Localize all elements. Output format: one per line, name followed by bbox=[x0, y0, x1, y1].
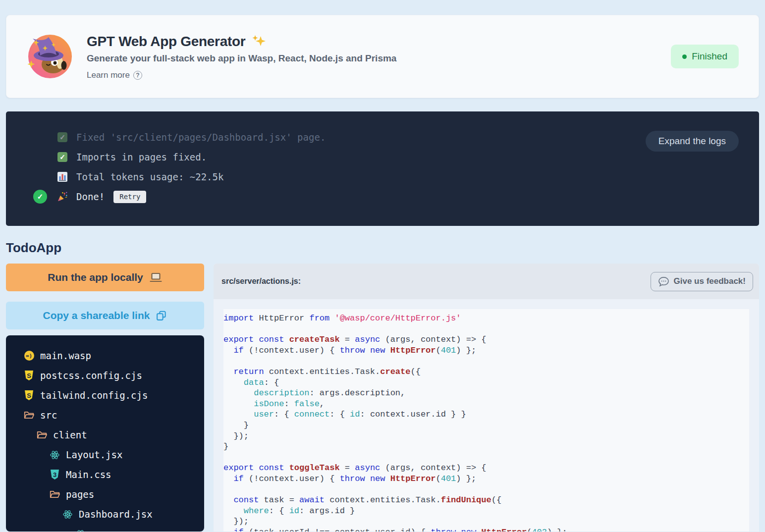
folder-file-icon bbox=[24, 411, 34, 420]
folder-file-icon bbox=[50, 490, 60, 499]
page-subtitle: Generate your full-stack web app in Wasp… bbox=[87, 53, 671, 64]
code-line: export const createTask = async (args, c… bbox=[223, 334, 749, 345]
log-line-text: Fixed 'src/client/pages/Dashboard.jsx' p… bbox=[76, 132, 326, 143]
give-feedback-label: Give us feedback! bbox=[673, 276, 746, 286]
file-tree-item-label: tailwind.config.cjs bbox=[40, 390, 148, 401]
run-app-locally-button[interactable]: Run the app locally bbox=[6, 264, 204, 291]
file-tree-item-dashboard-jsx[interactable]: Dashboard.jsx bbox=[24, 504, 200, 524]
copy-shareable-link-label: Copy a shareable link bbox=[43, 310, 150, 321]
code-line: if (task.userId !== context.user.id) { t… bbox=[223, 527, 749, 532]
status-dot-icon bbox=[682, 54, 687, 59]
file-tree-item-src[interactable]: src bbox=[24, 405, 200, 425]
status-badge: Finished bbox=[671, 45, 739, 68]
code-block: import HttpError from '@wasp/core/HttpEr… bbox=[223, 309, 749, 532]
status-slot-empty bbox=[33, 170, 47, 184]
laptop-icon bbox=[149, 272, 163, 283]
header-info: GPT Web App Generator Generate your full… bbox=[87, 33, 671, 80]
code-line: if (!context.user) { throw new HttpError… bbox=[223, 474, 749, 484]
code-line: export const toggleTask = async (args, c… bbox=[223, 463, 749, 474]
speech-bubble-icon bbox=[658, 276, 669, 287]
generation-log-panel: ✓Fixed 'src/client/pages/Dashboard.jsx' … bbox=[6, 111, 759, 226]
check-emoji-icon: ✓ bbox=[57, 152, 68, 162]
js-file-icon: S bbox=[24, 371, 34, 380]
react-file-icon bbox=[62, 510, 73, 519]
file-tree-item-label: Dashboard.jsx bbox=[79, 509, 153, 520]
code-line bbox=[223, 324, 749, 335]
code-line: }); bbox=[223, 516, 749, 527]
code-line bbox=[223, 356, 749, 367]
folder-file-icon bbox=[37, 430, 47, 439]
file-tree-item-label: Layout.jsx bbox=[66, 449, 122, 460]
file-tree-item-label: main.wasp bbox=[40, 350, 91, 361]
learn-more-link[interactable]: Learn more ? bbox=[87, 70, 142, 80]
log-line: ✓Imports in pages fixed. bbox=[6, 147, 759, 167]
file-tree-item-label: postcss.config.cjs bbox=[40, 370, 142, 381]
wizard-mascot-avatar bbox=[26, 33, 74, 80]
file-tree-item-pages[interactable]: pages bbox=[24, 484, 200, 504]
code-scroll-area[interactable]: import HttpError from '@wasp/core/HttpEr… bbox=[214, 299, 759, 532]
code-line: description: args.description, bbox=[223, 388, 749, 399]
copy-icon bbox=[156, 310, 167, 321]
file-tree-item-label: client bbox=[53, 429, 87, 440]
run-app-locally-label: Run the app locally bbox=[48, 271, 143, 283]
code-line bbox=[223, 484, 749, 495]
log-line-text: Total tokens usage: ~22.5k bbox=[76, 171, 223, 182]
code-line: return context.entities.Task.create({ bbox=[223, 367, 749, 377]
file-tree-panel: =)main.waspSpostcss.config.cjsStailwind.… bbox=[6, 335, 204, 532]
code-line: }); bbox=[223, 431, 749, 442]
code-filename: src/server/actions.js: bbox=[221, 277, 301, 286]
file-tree-item[interactable] bbox=[24, 524, 200, 532]
check-emoji-icon: ✓ bbox=[57, 132, 68, 142]
page-title: GPT Web App Generator bbox=[87, 34, 245, 50]
sparkles-icon bbox=[250, 33, 267, 50]
party-popper-emoji-icon bbox=[57, 191, 68, 203]
code-line: if (!context.user) { throw new HttpError… bbox=[223, 345, 749, 356]
file-tree-item-layout-jsx[interactable]: Layout.jsx bbox=[24, 445, 200, 465]
css-file-icon: 3 bbox=[50, 470, 60, 479]
expand-logs-button[interactable]: Expand the logs bbox=[646, 131, 739, 152]
success-check-circle-icon: ✓ bbox=[33, 190, 47, 204]
code-line: } bbox=[223, 420, 749, 431]
file-tree-item-postcss-config-cjs[interactable]: Spostcss.config.cjs bbox=[24, 366, 200, 385]
status-slot-empty bbox=[33, 150, 47, 164]
page: GPT Web App Generator Generate your full… bbox=[0, 15, 765, 532]
code-line bbox=[223, 452, 749, 463]
learn-more-label: Learn more bbox=[87, 70, 130, 80]
file-tree-item-label: Main.css bbox=[66, 469, 111, 480]
code-line: where: { id: args.id } bbox=[223, 506, 749, 517]
code-line: const task = await context.entities.Task… bbox=[223, 495, 749, 506]
code-line: data: { bbox=[223, 377, 749, 388]
wasp-file-icon: =) bbox=[24, 351, 34, 361]
file-tree-item-label: pages bbox=[66, 489, 94, 500]
code-viewer-header: src/server/actions.js: Give us feedback! bbox=[214, 264, 759, 299]
log-line-text: Done! bbox=[76, 191, 105, 202]
code-line: isDone: false, bbox=[223, 399, 749, 410]
react-file-icon bbox=[50, 450, 60, 460]
file-tree-item-client[interactable]: client bbox=[24, 425, 200, 445]
log-line: ✓Done!Retry bbox=[6, 187, 759, 207]
app-header-card: GPT Web App Generator Generate your full… bbox=[6, 15, 759, 98]
file-tree-item-label: src bbox=[40, 410, 57, 421]
app-name-heading: TodoApp bbox=[6, 240, 759, 256]
file-tree-item-tailwind-config-cjs[interactable]: Stailwind.config.cjs bbox=[24, 385, 200, 405]
file-tree-item-main-css[interactable]: 3Main.css bbox=[24, 465, 200, 484]
code-viewer-panel: src/server/actions.js: Give us feedback!… bbox=[214, 264, 759, 532]
status-slot-empty bbox=[33, 130, 47, 144]
log-line: Total tokens usage: ~22.5k bbox=[6, 167, 759, 187]
log-line-text: Imports in pages fixed. bbox=[76, 152, 207, 162]
file-tree-item-main-wasp[interactable]: =)main.wasp bbox=[24, 346, 200, 366]
code-line: } bbox=[223, 441, 749, 452]
js-file-icon: S bbox=[24, 390, 34, 400]
react-file-icon bbox=[75, 530, 86, 532]
bar-chart-emoji-icon bbox=[57, 172, 68, 182]
code-line: user: { connect: { id: context.user.id }… bbox=[223, 409, 749, 420]
give-feedback-button[interactable]: Give us feedback! bbox=[651, 272, 753, 291]
copy-shareable-link-button[interactable]: Copy a shareable link bbox=[6, 302, 204, 329]
main-columns: Run the app locally Copy a shareable lin… bbox=[6, 264, 759, 532]
retry-button[interactable]: Retry bbox=[113, 191, 146, 203]
question-mark-icon: ? bbox=[133, 71, 142, 80]
left-column: Run the app locally Copy a shareable lin… bbox=[6, 264, 204, 532]
status-badge-label: Finished bbox=[692, 51, 727, 62]
code-line: import HttpError from '@wasp/core/HttpEr… bbox=[223, 313, 749, 324]
